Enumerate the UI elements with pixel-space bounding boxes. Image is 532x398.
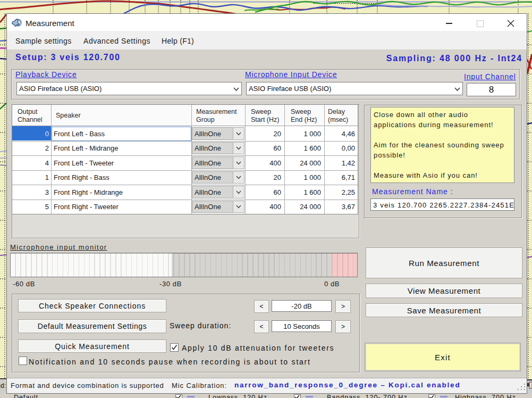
svg-text:ed:: ed: xyxy=(0,382,6,389)
